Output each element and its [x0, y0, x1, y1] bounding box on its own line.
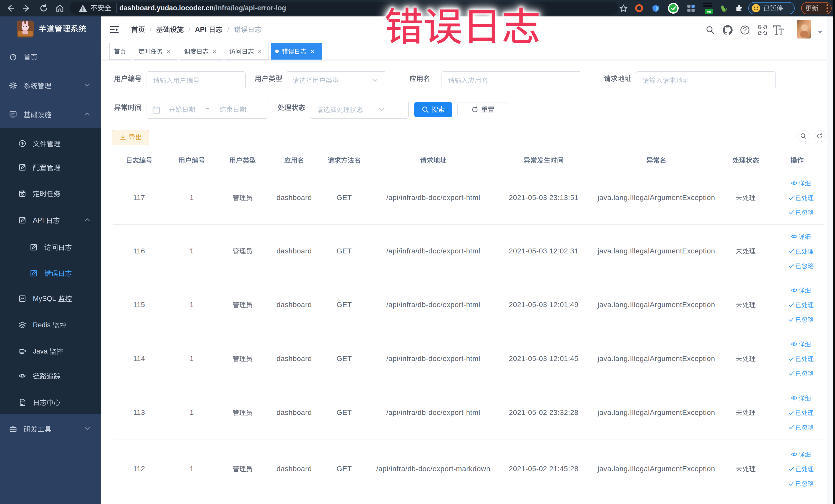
svg-text:on: on	[707, 9, 711, 13]
